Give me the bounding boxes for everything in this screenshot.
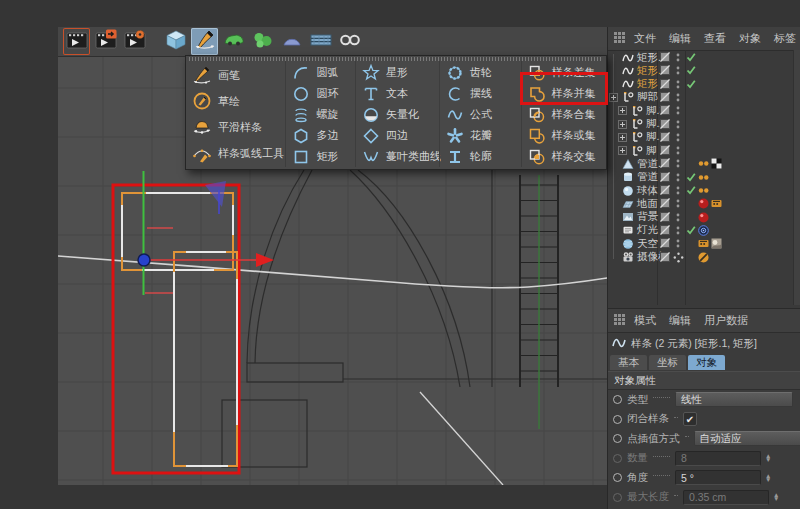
menu-item-star[interactable]: 星形 [356,62,439,83]
visibility-dots-icon[interactable] [673,224,684,237]
object-name[interactable]: 脚 [646,144,657,157]
layer-tag-icon[interactable] [660,118,671,131]
menu-item-quad[interactable]: 四边 [356,125,439,146]
stepper-icon[interactable]: ▲▼ [765,454,771,462]
am-menu-模式[interactable]: 模式 [634,313,656,328]
compositing-tag-icon[interactable] [698,237,709,250]
menu-item-arc[interactable]: 圆弧 [286,62,355,83]
menu-item-sketch[interactable]: 草绘 [186,88,285,114]
enabled-check-icon[interactable] [686,184,697,197]
object-row-1[interactable]: 矩形.2 [608,51,794,64]
layer-tag-icon[interactable] [660,91,671,104]
object-name[interactable]: 矩形 [637,78,658,91]
checker-tag-icon[interactable] [711,157,722,170]
enabled-check-icon[interactable] [686,171,697,184]
render-picture-viewer-button[interactable] [92,28,119,55]
layer-tag-icon[interactable] [660,104,671,117]
menu-item-rectangle[interactable]: 矩形 [286,146,355,167]
cube-primitive-button[interactable] [162,28,189,55]
target-tag-icon[interactable] [698,224,709,237]
orange-dots-tag-icon[interactable] [698,157,709,170]
expand-icon[interactable] [618,131,627,144]
tab-基本[interactable]: 基本 [610,355,647,370]
类型-dropdown[interactable]: 线性 [675,392,793,407]
layer-tag-icon[interactable] [660,144,671,157]
object-row-12[interactable]: 地面 [608,197,794,210]
keyframe-ring-icon[interactable] [613,473,622,482]
enabled-check-icon[interactable] [686,224,697,237]
texture-tag-icon[interactable] [711,237,722,250]
compositing-tag-icon[interactable] [711,197,722,210]
object-manager-scrollbar[interactable] [793,50,800,305]
visibility-dots-icon[interactable] [673,144,684,157]
om-menu-对象[interactable]: 对象 [739,31,761,46]
environment-floor-button[interactable] [307,28,334,55]
点插值方式-dropdown[interactable]: 自动适应 [694,431,800,446]
visibility-dots-icon[interactable] [673,131,684,144]
object-row-8[interactable]: 脚 [608,144,794,157]
menu-item-ngon[interactable]: 多边 [286,125,355,146]
keyframe-ring-icon[interactable] [613,395,622,404]
visibility-dots-icon[interactable] [673,51,684,64]
camera-lenses-button[interactable] [336,28,363,55]
red-material-tag-icon[interactable] [698,197,709,210]
menu-item-cissoid[interactable]: 蔓叶类曲线 [356,146,439,167]
menu-item-spline-arc-tool[interactable]: 样条弧线工具 [186,140,285,166]
object-name[interactable]: 灯光 [637,224,658,237]
layer-tag-icon[interactable] [660,131,671,144]
orange-dots-tag-icon[interactable] [698,184,709,197]
expand-icon[interactable] [618,144,627,157]
object-name[interactable]: 管道 [637,171,658,184]
menu-item-profile[interactable]: 轮廓 [440,146,521,167]
visibility-dots-icon[interactable] [673,78,684,91]
object-row-10[interactable]: 管道 [608,171,794,184]
visibility-dots-icon[interactable] [673,171,684,184]
角度-field[interactable]: 5 ° [675,470,761,485]
visibility-dots-icon[interactable] [673,184,684,197]
red-material-tag-icon[interactable] [698,211,709,224]
visibility-dots-icon[interactable] [673,104,684,117]
tab-对象[interactable]: 对象 [688,355,725,370]
object-name[interactable]: 球体 [637,184,658,197]
render-view-button[interactable] [63,28,90,55]
object-manager-list[interactable]: 矩形.2矩形.1矩形脚部脚.3脚.2脚.1脚管道.1管道球体地面背景灯光天空摄像… [608,50,800,305]
layer-tag-icon[interactable] [660,197,671,210]
panel-grid-icon[interactable] [614,314,625,327]
object-name[interactable]: 天空 [637,237,658,250]
pen-spline-button[interactable] [191,28,218,55]
layer-tag-icon[interactable] [660,211,671,224]
layer-tag-icon[interactable] [660,171,671,184]
tab-坐标[interactable]: 坐标 [649,355,686,370]
object-row-3[interactable]: 矩形 [608,78,794,91]
enabled-check-icon[interactable] [686,78,697,91]
model-object-button[interactable] [220,28,247,55]
layer-tag-icon[interactable] [660,184,671,197]
menu-item-spline-and[interactable]: 样条合集 [522,104,607,125]
om-menu-标签[interactable]: 标签 [774,31,796,46]
menu-item-formula[interactable]: 公式 [440,104,521,125]
visibility-dots-icon[interactable] [673,197,684,210]
menu-item-text[interactable]: 文本 [356,83,439,104]
visibility-dots-icon[interactable] [673,157,684,170]
expand-icon[interactable] [618,104,627,117]
visibility-dots-icon[interactable] [673,91,684,104]
object-row-2[interactable]: 矩形.1 [608,64,794,77]
object-row-5[interactable]: 脚.3 [608,104,794,117]
闭合样条-checkbox[interactable]: ✔ [683,412,697,426]
am-menu-编辑[interactable]: 编辑 [669,313,691,328]
数量-field[interactable]: 8 [675,451,761,466]
layer-tag-icon[interactable] [660,224,671,237]
object-row-11[interactable]: 球体 [608,184,794,197]
menu-item-spline-intersect[interactable]: 样条交集 [522,146,607,167]
menu-item-helix[interactable]: 螺旋 [286,104,355,125]
object-row-7[interactable]: 脚.1 [608,131,794,144]
camera-target-dots-icon[interactable] [673,251,684,264]
object-name[interactable]: 脚部 [637,91,658,104]
am-menu-用户数据[interactable]: 用户数据 [704,313,748,328]
stepper-icon[interactable]: ▲▼ [773,493,779,501]
metaball-object-button[interactable] [249,28,276,55]
menu-item-vectorize[interactable]: 矢量化 [356,104,439,125]
visibility-dots-icon[interactable] [673,211,684,224]
layer-tag-icon[interactable] [660,64,671,77]
layer-tag-icon[interactable] [660,251,671,264]
